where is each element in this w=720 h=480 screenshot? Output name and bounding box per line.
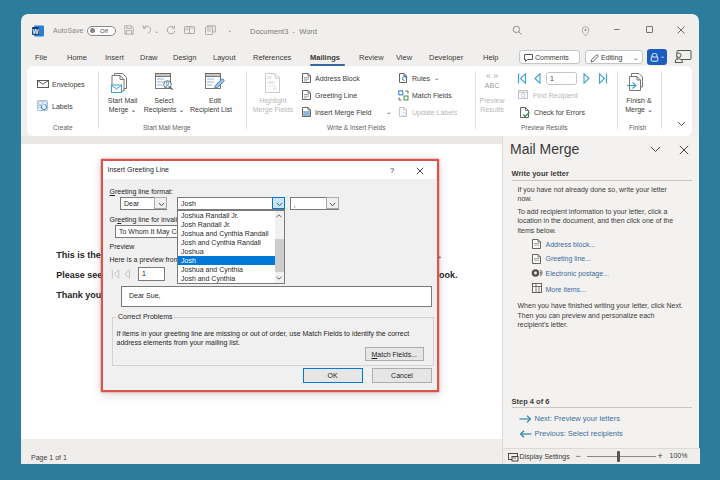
svg-text:W: W: [32, 28, 39, 35]
